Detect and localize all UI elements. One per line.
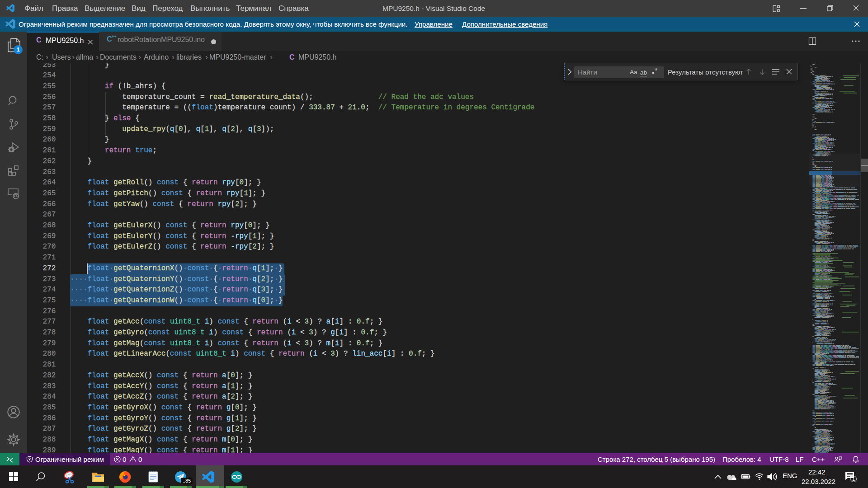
svg-text:1: 1 <box>852 476 855 482</box>
